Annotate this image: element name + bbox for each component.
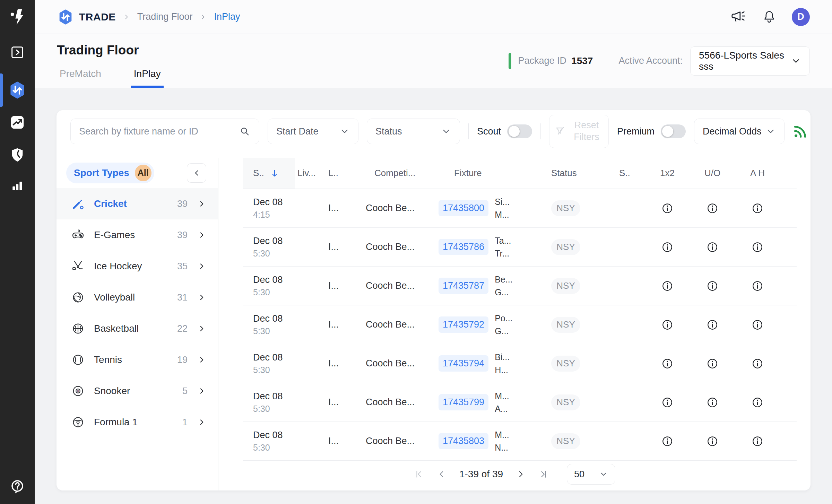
- prev-page-icon[interactable]: [436, 469, 447, 479]
- info-icon-1x2[interactable]: [661, 435, 674, 447]
- next-page-icon[interactable]: [515, 469, 526, 479]
- fixture-id-link[interactable]: 17435800: [439, 200, 488, 216]
- search-icon[interactable]: [239, 125, 251, 137]
- info-icon-ah[interactable]: [751, 435, 764, 447]
- info-icon-ah[interactable]: [751, 241, 764, 253]
- column-header-fixture[interactable]: Fixture: [437, 158, 541, 189]
- sport-list-item[interactable]: E-Games 39: [57, 219, 218, 251]
- start-date-select[interactable]: Start Date: [268, 119, 358, 144]
- chevron-right-icon: [197, 199, 206, 208]
- fixture-id-link[interactable]: 17435799: [439, 394, 488, 410]
- status-badge: NSY: [551, 278, 580, 294]
- user-avatar[interactable]: D: [792, 8, 810, 26]
- odds-ah-cell: [735, 357, 780, 370]
- competition-cell: Cooch Be...: [357, 397, 437, 408]
- odds-ah-cell: [735, 241, 780, 253]
- column-header-competition[interactable]: Competi...: [357, 158, 437, 189]
- sidebar-item-reports[interactable]: [10, 177, 25, 193]
- sport-list-item[interactable]: Ice Hockey 35: [57, 251, 218, 282]
- fixture-id-link[interactable]: 17435794: [439, 355, 488, 372]
- fixture-date: Dec 08: [253, 391, 295, 402]
- fixture-date: Dec 08: [253, 352, 295, 363]
- premium-toggle[interactable]: [661, 124, 686, 138]
- fixture-date: Dec 08: [253, 313, 295, 324]
- scout-toggle[interactable]: [507, 124, 532, 138]
- column-header-status[interactable]: Status: [541, 158, 610, 189]
- sport-types-filter-pill[interactable]: Sport Types All: [66, 163, 154, 183]
- odds-uo-cell: [690, 241, 735, 253]
- info-icon-uo[interactable]: [706, 202, 719, 215]
- info-icon-uo[interactable]: [706, 280, 719, 292]
- help-icon[interactable]: [9, 478, 26, 495]
- info-icon-uo[interactable]: [706, 241, 719, 253]
- location-cell: I...: [324, 358, 357, 369]
- sort-desc-icon[interactable]: [270, 168, 279, 178]
- breadcrumb-inplay[interactable]: InPlay: [214, 11, 240, 22]
- status-select[interactable]: Status: [367, 119, 460, 144]
- column-header-uo[interactable]: U/O: [690, 158, 735, 189]
- column-header-scout[interactable]: S..: [610, 158, 645, 189]
- notifications-icon[interactable]: [762, 10, 777, 24]
- column-header-1x2[interactable]: 1x2: [645, 158, 690, 189]
- column-header-live[interactable]: Liv...: [295, 158, 324, 189]
- sport-list-item[interactable]: Formula 1 1: [57, 407, 218, 438]
- fixture-cell: 17435800 Si... M...: [437, 197, 541, 220]
- info-icon-ah[interactable]: [751, 319, 764, 331]
- sport-list-item[interactable]: Volleyball 31: [57, 282, 218, 313]
- info-icon-uo[interactable]: [706, 435, 719, 447]
- info-icon-1x2[interactable]: [661, 319, 674, 331]
- reset-filters-button[interactable]: Reset Filters: [549, 115, 609, 148]
- page-size-select[interactable]: 50: [567, 464, 615, 485]
- info-icon-uo[interactable]: [706, 396, 719, 409]
- odds-1x2-cell: [645, 357, 690, 370]
- tab-prematch[interactable]: PreMatch: [60, 68, 101, 88]
- fixture-time: 5:30: [253, 404, 295, 414]
- odds-format-label: Decimal Odds: [703, 126, 762, 137]
- fixture-search[interactable]: [70, 119, 259, 144]
- sidebar-item-trade[interactable]: [8, 81, 26, 99]
- last-page-icon[interactable]: [538, 469, 549, 479]
- first-page-icon[interactable]: [414, 469, 424, 479]
- status-label: Status: [375, 126, 402, 137]
- search-input[interactable]: [79, 126, 235, 137]
- sport-list-item[interactable]: Cricket 39: [57, 188, 218, 219]
- chevron-right-icon: [197, 293, 206, 302]
- tab-inplay[interactable]: InPlay: [134, 68, 161, 88]
- info-icon-ah[interactable]: [751, 280, 764, 292]
- home-team: Po...: [495, 313, 512, 323]
- sport-list-item[interactable]: 8 Snooker 5: [57, 375, 218, 407]
- info-icon-ah[interactable]: [751, 396, 764, 409]
- fixture-id-link[interactable]: 17435792: [439, 316, 488, 333]
- announcements-icon[interactable]: [731, 9, 747, 25]
- info-icon-1x2[interactable]: [661, 357, 674, 370]
- column-header-start-date[interactable]: S..: [243, 158, 295, 189]
- pagination: 1-39 of 39 50: [218, 461, 811, 490]
- feed-icon: [793, 124, 808, 139]
- fixture-id-link[interactable]: 17435787: [439, 278, 488, 294]
- column-header-location[interactable]: L..: [324, 158, 357, 189]
- info-icon-1x2[interactable]: [661, 241, 674, 253]
- odds-uo-cell: [690, 202, 735, 215]
- sport-list-item[interactable]: Tennis 19: [57, 344, 218, 375]
- column-header-ah[interactable]: A H: [735, 158, 780, 189]
- fixture-id-link[interactable]: 17435803: [439, 433, 488, 449]
- sidebar-item-markets[interactable]: [9, 114, 25, 130]
- chevron-right-icon: [197, 418, 206, 427]
- sport-icon: [71, 322, 85, 336]
- info-icon-uo[interactable]: [706, 319, 719, 331]
- fixture-id-link[interactable]: 17435786: [439, 239, 488, 255]
- sidebar-expand-icon[interactable]: [9, 44, 25, 60]
- collapse-panel-button[interactable]: [187, 163, 206, 183]
- info-icon-ah[interactable]: [751, 357, 764, 370]
- info-icon-1x2[interactable]: [661, 396, 674, 409]
- info-icon-1x2[interactable]: [661, 280, 674, 292]
- info-icon-ah[interactable]: [751, 202, 764, 215]
- sidebar-item-protection[interactable]: [9, 147, 25, 163]
- info-icon-1x2[interactable]: [661, 202, 674, 215]
- active-account-select[interactable]: 5566-LSports Sales sss: [690, 46, 810, 76]
- sport-list-item[interactable]: Basketball 22: [57, 313, 218, 344]
- odds-format-select[interactable]: Decimal Odds: [694, 119, 785, 144]
- fixture-teams: Ta... Tr...: [495, 236, 511, 259]
- info-icon-uo[interactable]: [706, 357, 719, 370]
- breadcrumb-trading-floor[interactable]: Trading Floor: [137, 11, 193, 22]
